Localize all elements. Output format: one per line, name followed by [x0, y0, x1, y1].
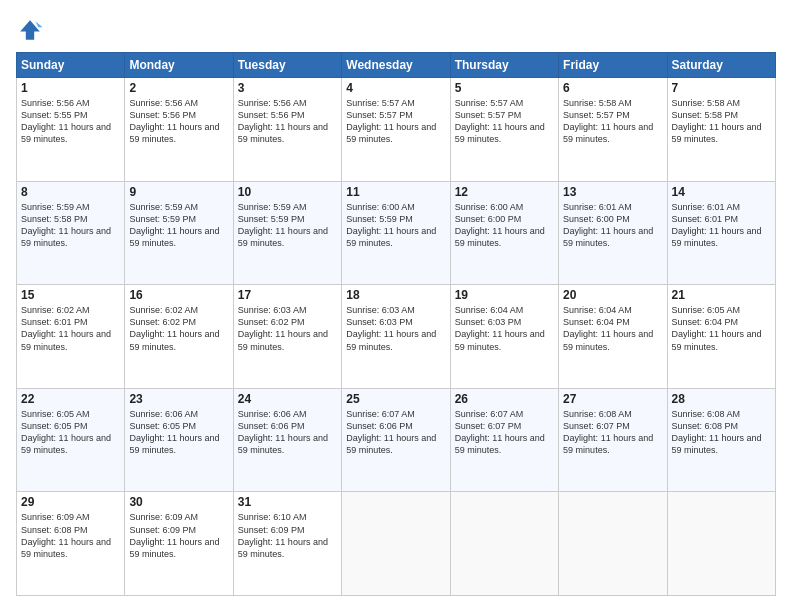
cell-info: Sunrise: 6:08 AMSunset: 6:07 PMDaylight:…	[563, 409, 653, 455]
cell-info: Sunrise: 6:07 AMSunset: 6:06 PMDaylight:…	[346, 409, 436, 455]
calendar-cell: 16 Sunrise: 6:02 AMSunset: 6:02 PMDaylig…	[125, 285, 233, 389]
calendar-cell: 28 Sunrise: 6:08 AMSunset: 6:08 PMDaylig…	[667, 388, 775, 492]
calendar-cell: 10 Sunrise: 5:59 AMSunset: 5:59 PMDaylig…	[233, 181, 341, 285]
calendar-cell: 31 Sunrise: 6:10 AMSunset: 6:09 PMDaylig…	[233, 492, 341, 596]
calendar-table: SundayMondayTuesdayWednesdayThursdayFrid…	[16, 52, 776, 596]
cell-info: Sunrise: 5:57 AMSunset: 5:57 PMDaylight:…	[346, 98, 436, 144]
day-number: 22	[21, 392, 120, 406]
day-number: 6	[563, 81, 662, 95]
cell-info: Sunrise: 6:08 AMSunset: 6:08 PMDaylight:…	[672, 409, 762, 455]
cell-info: Sunrise: 5:57 AMSunset: 5:57 PMDaylight:…	[455, 98, 545, 144]
day-number: 10	[238, 185, 337, 199]
calendar-cell: 23 Sunrise: 6:06 AMSunset: 6:05 PMDaylig…	[125, 388, 233, 492]
day-number: 3	[238, 81, 337, 95]
day-number: 26	[455, 392, 554, 406]
day-number: 25	[346, 392, 445, 406]
calendar-cell: 19 Sunrise: 6:04 AMSunset: 6:03 PMDaylig…	[450, 285, 558, 389]
day-number: 7	[672, 81, 771, 95]
logo-icon	[16, 16, 44, 44]
day-number: 20	[563, 288, 662, 302]
cell-info: Sunrise: 5:59 AMSunset: 5:58 PMDaylight:…	[21, 202, 111, 248]
cell-info: Sunrise: 6:04 AMSunset: 6:03 PMDaylight:…	[455, 305, 545, 351]
cell-info: Sunrise: 6:00 AMSunset: 5:59 PMDaylight:…	[346, 202, 436, 248]
day-number: 9	[129, 185, 228, 199]
day-number: 23	[129, 392, 228, 406]
page: SundayMondayTuesdayWednesdayThursdayFrid…	[0, 0, 792, 612]
calendar-cell: 12 Sunrise: 6:00 AMSunset: 6:00 PMDaylig…	[450, 181, 558, 285]
day-number: 21	[672, 288, 771, 302]
calendar-cell: 20 Sunrise: 6:04 AMSunset: 6:04 PMDaylig…	[559, 285, 667, 389]
day-number: 12	[455, 185, 554, 199]
day-number: 15	[21, 288, 120, 302]
day-number: 30	[129, 495, 228, 509]
cell-info: Sunrise: 6:00 AMSunset: 6:00 PMDaylight:…	[455, 202, 545, 248]
calendar-cell: 1 Sunrise: 5:56 AMSunset: 5:55 PMDayligh…	[17, 78, 125, 182]
calendar-cell: 3 Sunrise: 5:56 AMSunset: 5:56 PMDayligh…	[233, 78, 341, 182]
calendar-body: 1 Sunrise: 5:56 AMSunset: 5:55 PMDayligh…	[17, 78, 776, 596]
calendar-week-row: 22 Sunrise: 6:05 AMSunset: 6:05 PMDaylig…	[17, 388, 776, 492]
calendar-cell: 18 Sunrise: 6:03 AMSunset: 6:03 PMDaylig…	[342, 285, 450, 389]
day-number: 4	[346, 81, 445, 95]
day-number: 8	[21, 185, 120, 199]
cell-info: Sunrise: 6:10 AMSunset: 6:09 PMDaylight:…	[238, 512, 328, 558]
cell-info: Sunrise: 6:02 AMSunset: 6:02 PMDaylight:…	[129, 305, 219, 351]
calendar-week-row: 15 Sunrise: 6:02 AMSunset: 6:01 PMDaylig…	[17, 285, 776, 389]
logo	[16, 16, 48, 44]
day-number: 1	[21, 81, 120, 95]
calendar-header-day: Wednesday	[342, 53, 450, 78]
calendar-week-row: 29 Sunrise: 6:09 AMSunset: 6:08 PMDaylig…	[17, 492, 776, 596]
cell-info: Sunrise: 6:05 AMSunset: 6:05 PMDaylight:…	[21, 409, 111, 455]
cell-info: Sunrise: 5:56 AMSunset: 5:56 PMDaylight:…	[129, 98, 219, 144]
calendar-cell: 4 Sunrise: 5:57 AMSunset: 5:57 PMDayligh…	[342, 78, 450, 182]
calendar-cell: 24 Sunrise: 6:06 AMSunset: 6:06 PMDaylig…	[233, 388, 341, 492]
calendar-header-day: Tuesday	[233, 53, 341, 78]
calendar-cell: 2 Sunrise: 5:56 AMSunset: 5:56 PMDayligh…	[125, 78, 233, 182]
calendar-cell: 6 Sunrise: 5:58 AMSunset: 5:57 PMDayligh…	[559, 78, 667, 182]
day-number: 16	[129, 288, 228, 302]
calendar-cell: 11 Sunrise: 6:00 AMSunset: 5:59 PMDaylig…	[342, 181, 450, 285]
calendar-cell: 9 Sunrise: 5:59 AMSunset: 5:59 PMDayligh…	[125, 181, 233, 285]
calendar-header-day: Friday	[559, 53, 667, 78]
cell-info: Sunrise: 5:58 AMSunset: 5:57 PMDaylight:…	[563, 98, 653, 144]
calendar-cell: 26 Sunrise: 6:07 AMSunset: 6:07 PMDaylig…	[450, 388, 558, 492]
calendar-cell: 21 Sunrise: 6:05 AMSunset: 6:04 PMDaylig…	[667, 285, 775, 389]
day-number: 2	[129, 81, 228, 95]
day-number: 28	[672, 392, 771, 406]
calendar-header-row: SundayMondayTuesdayWednesdayThursdayFrid…	[17, 53, 776, 78]
cell-info: Sunrise: 6:07 AMSunset: 6:07 PMDaylight:…	[455, 409, 545, 455]
calendar-cell: 15 Sunrise: 6:02 AMSunset: 6:01 PMDaylig…	[17, 285, 125, 389]
cell-info: Sunrise: 6:01 AMSunset: 6:01 PMDaylight:…	[672, 202, 762, 248]
calendar-cell	[342, 492, 450, 596]
day-number: 19	[455, 288, 554, 302]
cell-info: Sunrise: 6:05 AMSunset: 6:04 PMDaylight:…	[672, 305, 762, 351]
day-number: 31	[238, 495, 337, 509]
calendar-cell	[450, 492, 558, 596]
calendar-cell: 27 Sunrise: 6:08 AMSunset: 6:07 PMDaylig…	[559, 388, 667, 492]
cell-info: Sunrise: 5:59 AMSunset: 5:59 PMDaylight:…	[238, 202, 328, 248]
day-number: 27	[563, 392, 662, 406]
calendar-cell: 22 Sunrise: 6:05 AMSunset: 6:05 PMDaylig…	[17, 388, 125, 492]
cell-info: Sunrise: 6:02 AMSunset: 6:01 PMDaylight:…	[21, 305, 111, 351]
day-number: 24	[238, 392, 337, 406]
svg-marker-1	[36, 22, 43, 28]
day-number: 29	[21, 495, 120, 509]
cell-info: Sunrise: 5:59 AMSunset: 5:59 PMDaylight:…	[129, 202, 219, 248]
cell-info: Sunrise: 6:06 AMSunset: 6:06 PMDaylight:…	[238, 409, 328, 455]
calendar-cell: 30 Sunrise: 6:09 AMSunset: 6:09 PMDaylig…	[125, 492, 233, 596]
calendar-cell: 29 Sunrise: 6:09 AMSunset: 6:08 PMDaylig…	[17, 492, 125, 596]
calendar-cell: 14 Sunrise: 6:01 AMSunset: 6:01 PMDaylig…	[667, 181, 775, 285]
calendar-header-day: Saturday	[667, 53, 775, 78]
cell-info: Sunrise: 6:03 AMSunset: 6:02 PMDaylight:…	[238, 305, 328, 351]
calendar-cell: 17 Sunrise: 6:03 AMSunset: 6:02 PMDaylig…	[233, 285, 341, 389]
calendar-header-day: Monday	[125, 53, 233, 78]
day-number: 11	[346, 185, 445, 199]
calendar-header-day: Thursday	[450, 53, 558, 78]
header	[16, 16, 776, 44]
cell-info: Sunrise: 6:04 AMSunset: 6:04 PMDaylight:…	[563, 305, 653, 351]
day-number: 14	[672, 185, 771, 199]
day-number: 5	[455, 81, 554, 95]
calendar-cell	[667, 492, 775, 596]
cell-info: Sunrise: 5:56 AMSunset: 5:56 PMDaylight:…	[238, 98, 328, 144]
cell-info: Sunrise: 6:03 AMSunset: 6:03 PMDaylight:…	[346, 305, 436, 351]
calendar-header-day: Sunday	[17, 53, 125, 78]
